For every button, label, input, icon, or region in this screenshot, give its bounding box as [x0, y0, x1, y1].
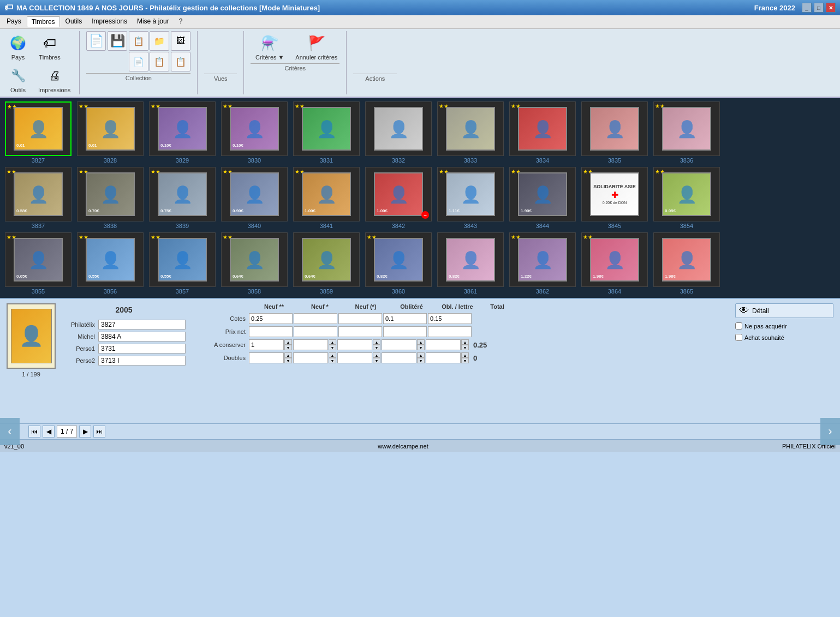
- stamp-img-3864[interactable]: ★★ 👤 1.98€: [581, 232, 648, 287]
- cotes-input-obl[interactable]: [383, 313, 427, 324]
- conserver-up-4[interactable]: ▲: [417, 339, 425, 345]
- stamp-cell-3860[interactable]: ★★ 👤 0.82€ 3860: [364, 232, 433, 295]
- stamp-img-3857[interactable]: ★★ 👤 0.55€: [149, 232, 216, 287]
- doubles-input-3[interactable]: [337, 352, 372, 363]
- detail-philatelix-input[interactable]: [98, 320, 186, 330]
- menu-impressions[interactable]: Impressions: [87, 16, 132, 27]
- detail-perso2-input[interactable]: [98, 356, 186, 366]
- cotes-input-obllett[interactable]: [428, 313, 472, 324]
- stamp-cell-3839[interactable]: ★★ 👤 0.75€ 3839: [147, 167, 217, 229]
- stamp-cell-3837[interactable]: ★★ 👤 0.58€ 3837: [3, 167, 73, 229]
- stamp-cell-3855[interactable]: ★★ 👤 0.05€ 3855: [3, 232, 73, 295]
- stamp-cell-3843[interactable]: ★★ 👤 1.11€ 3843: [436, 167, 505, 229]
- stamp-img-3854[interactable]: ★★ 👤 0.05€: [653, 167, 720, 221]
- conserver-input-1[interactable]: [249, 339, 284, 350]
- criteres-button[interactable]: ⚗️ Critères ▼: [251, 31, 289, 62]
- menu-miseajour[interactable]: Mise à jour: [133, 16, 174, 27]
- stamp-cell-3857[interactable]: ★★ 👤 0.55€ 3857: [147, 232, 217, 295]
- stamp-cell-3845[interactable]: ★★ SOLIDARITÉ ASIE ✚ 0.20€ de DON 3845: [580, 167, 650, 229]
- doubles-down-3[interactable]: ▼: [373, 358, 380, 363]
- doubles-up-4[interactable]: ▲: [417, 352, 425, 358]
- stamp-img-3855[interactable]: ★★ 👤 0.05€: [5, 232, 72, 287]
- stamp-cell-3832[interactable]: 👤 3832: [364, 101, 433, 164]
- stamp-cell-3865[interactable]: 👤 1.98€ 3865: [652, 232, 722, 295]
- prix-input-neuf0[interactable]: [338, 326, 382, 337]
- collection-new-button[interactable]: 📄: [86, 31, 106, 51]
- stamp-cell-3830[interactable]: ★★ 👤 0.10€ 3830: [219, 101, 289, 164]
- stamp-img-3858[interactable]: ★★ 👤 0.64€: [221, 232, 288, 287]
- menu-timbres[interactable]: Timbres: [27, 16, 60, 27]
- stamp-cell-3858[interactable]: ★★ 👤 0.64€ 3858: [219, 232, 289, 295]
- toolbar-timbres-button[interactable]: 🏷 Timbres: [36, 31, 63, 62]
- stamp-cell-3829[interactable]: ★★ 👤 0.10€ 3829: [147, 101, 217, 164]
- stamp-img-3834[interactable]: ★★ 👤: [509, 101, 576, 156]
- stamp-img-3844[interactable]: ★★ 👤 1.90€: [509, 167, 576, 221]
- stamp-cell-3833[interactable]: ★★ 👤 3833: [436, 101, 505, 164]
- conserver-up-5[interactable]: ▲: [461, 339, 469, 345]
- prix-input-neuf2[interactable]: [249, 326, 293, 337]
- doubles-down-4[interactable]: ▼: [417, 358, 425, 363]
- conserver-input-5[interactable]: [426, 339, 461, 350]
- conserver-down-1[interactable]: ▼: [284, 345, 292, 350]
- doubles-up-1[interactable]: ▲: [284, 352, 292, 358]
- doubles-input-5[interactable]: [426, 352, 461, 363]
- stamp-img-3862[interactable]: ★★ 👤 1.22€: [509, 232, 576, 287]
- conserver-down-4[interactable]: ▼: [417, 345, 425, 350]
- stamp-img-3828[interactable]: ★★ 👤 0.01: [77, 101, 144, 156]
- stamp-img-3830[interactable]: ★★ 👤 0.10€: [221, 101, 288, 156]
- doubles-down-5[interactable]: ▼: [461, 358, 469, 363]
- stamp-img-3839[interactable]: ★★ 👤 0.75€: [149, 167, 216, 221]
- stamp-img-3843[interactable]: ★★ 👤 1.11€: [437, 167, 504, 221]
- cotes-input-neuf1[interactable]: [294, 313, 337, 324]
- toolbar-impressions-button[interactable]: 🖨 Impressions: [36, 64, 73, 94]
- stamp-img-3837[interactable]: ★★ 👤 0.58€: [5, 167, 72, 221]
- stamp-img-3861[interactable]: 👤 0.82€: [437, 232, 504, 287]
- prix-input-obl[interactable]: [383, 326, 427, 337]
- stamp-cell-3834[interactable]: ★★ 👤 3834: [508, 101, 577, 164]
- stamp-img-3841[interactable]: ★★ 👤 1.00€: [293, 167, 360, 221]
- stamp-cell-3838[interactable]: ★★ 👤 0.70€ 3838: [75, 167, 145, 229]
- collection-copy2-button[interactable]: 📁: [150, 31, 169, 51]
- stamp-img-3829[interactable]: ★★ 👤 0.10€: [149, 101, 216, 156]
- stamp-img-3865[interactable]: 👤 1.98€: [653, 232, 720, 287]
- prev-page-arrow[interactable]: ‹: [0, 418, 20, 445]
- stamp-img-3836[interactable]: ★★ 👤: [653, 101, 720, 156]
- doubles-input-2[interactable]: [293, 352, 328, 363]
- collection-view2-button[interactable]: 📋: [171, 52, 190, 71]
- stamp-img-3833[interactable]: ★★ 👤: [437, 101, 504, 156]
- close-button[interactable]: ✕: [826, 3, 836, 13]
- stamp-img-3831[interactable]: ★★ 👤: [293, 101, 360, 156]
- stamp-cell-3864[interactable]: ★★ 👤 1.98€ 3864: [580, 232, 650, 295]
- conserver-down-2[interactable]: ▼: [329, 345, 336, 350]
- stamp-img-3832[interactable]: 👤: [365, 101, 432, 156]
- nav-prev-button[interactable]: ◀: [43, 426, 55, 438]
- stamp-img-3835[interactable]: 👤: [581, 101, 648, 156]
- nav-last-button[interactable]: ⏭: [93, 426, 105, 438]
- stamp-img-3838[interactable]: ★★ 👤 0.70€: [77, 167, 144, 221]
- detail-perso1-input[interactable]: [98, 344, 186, 354]
- maximize-button[interactable]: □: [814, 3, 824, 13]
- toolbar-outils-button[interactable]: 🔧 Outils: [4, 64, 32, 94]
- doubles-up-3[interactable]: ▲: [373, 352, 380, 358]
- stamp-img-3856[interactable]: ★★ 👤 0.55€: [77, 232, 144, 287]
- ne-pas-acquerir-checkbox[interactable]: [735, 322, 742, 330]
- collection-save-button[interactable]: 💾: [108, 31, 127, 51]
- stamp-cell-3836[interactable]: ★★ 👤 3836: [652, 101, 722, 164]
- cotes-input-neuf2[interactable]: [249, 313, 293, 324]
- conserver-up-3[interactable]: ▲: [373, 339, 380, 345]
- detail-michel-input[interactable]: [98, 332, 186, 342]
- menu-help[interactable]: ?: [175, 16, 187, 27]
- stamp-img-3842[interactable]: 👤 1.00€ –: [365, 167, 432, 221]
- minimize-button[interactable]: _: [802, 3, 812, 13]
- menu-pays[interactable]: Pays: [2, 16, 26, 27]
- menu-outils[interactable]: Outils: [61, 16, 87, 27]
- stamp-cell-3831[interactable]: ★★ 👤 3831: [291, 101, 361, 164]
- next-page-arrow[interactable]: ›: [820, 418, 840, 445]
- achat-souhaite-checkbox[interactable]: [735, 334, 742, 341]
- stamp-cell-3862[interactable]: ★★ 👤 1.22€ 3862: [508, 232, 577, 295]
- collection-copy1-button[interactable]: 📋: [129, 31, 148, 51]
- stamp-cell-3835[interactable]: 👤 3835: [580, 101, 650, 164]
- nav-next-button[interactable]: ▶: [79, 426, 91, 438]
- doubles-down-2[interactable]: ▼: [329, 358, 336, 363]
- stamp-cell-3842[interactable]: 👤 1.00€ – 3842: [364, 167, 433, 229]
